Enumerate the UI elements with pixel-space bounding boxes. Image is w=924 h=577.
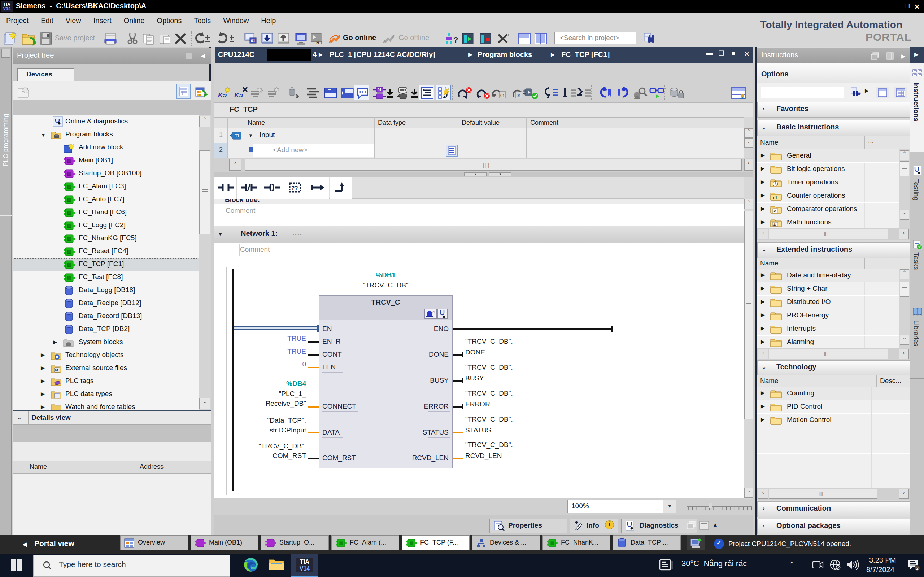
svg-text:01: 01: [517, 93, 521, 98]
svg-text:2: 2: [916, 566, 919, 571]
svg-text:?: ?: [453, 35, 458, 44]
svg-text:RT: RT: [316, 40, 322, 45]
svg-text:Kɔ: Kɔ: [234, 91, 243, 99]
svg-text:Kɔ: Kɔ: [218, 91, 227, 99]
svg-text:??: ??: [291, 185, 298, 191]
svg-text:01: 01: [251, 39, 255, 43]
svg-text:01: 01: [378, 88, 382, 92]
svg-text:01: 01: [55, 369, 58, 372]
svg-text:01: 01: [500, 93, 505, 98]
svg-text:01: 01: [235, 134, 239, 138]
